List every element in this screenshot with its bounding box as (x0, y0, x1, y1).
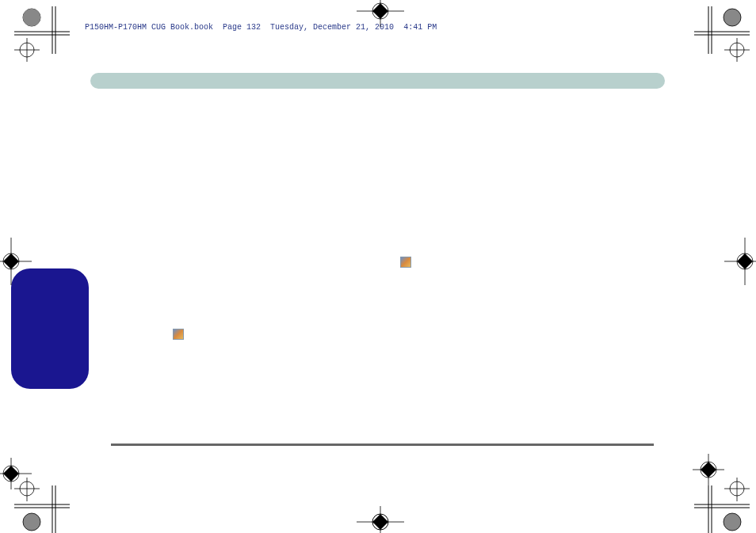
crop-mark-icon (693, 454, 724, 485)
svg-point-56 (372, 514, 388, 530)
print-header: P150HM-P170HM CUG Book.book Page 132 Tue… (85, 23, 437, 32)
svg-marker-49 (701, 462, 716, 478)
inline-icon (173, 329, 184, 340)
svg-point-19 (23, 513, 40, 531)
svg-point-28 (724, 513, 741, 531)
svg-marker-57 (372, 514, 388, 530)
svg-point-36 (3, 253, 19, 269)
svg-point-33 (730, 482, 744, 496)
header-date: Tuesday, December 21, 2010 (270, 23, 394, 32)
crop-mark-icon (724, 238, 756, 285)
header-page: Page 132 (223, 23, 261, 32)
svg-point-44 (3, 466, 19, 482)
crop-mark-icon (14, 6, 78, 62)
section-title-bar (90, 73, 665, 89)
header-filename: P150HM-P170HM CUG Book.book (85, 23, 213, 32)
svg-point-6 (20, 43, 34, 57)
crop-mark-icon (686, 6, 750, 62)
svg-point-15 (730, 43, 744, 57)
crop-mark-icon (14, 478, 78, 533)
svg-point-40 (737, 253, 753, 269)
svg-point-24 (20, 482, 34, 496)
crop-mark-icon (0, 458, 32, 489)
chapter-tab (11, 268, 89, 389)
svg-point-48 (701, 462, 716, 478)
crop-mark-icon (357, 506, 404, 533)
svg-point-9 (724, 9, 741, 26)
inline-icon (400, 257, 411, 268)
svg-marker-45 (3, 466, 19, 482)
svg-marker-37 (3, 253, 19, 269)
svg-point-27 (724, 513, 741, 531)
svg-point-52 (372, 3, 388, 19)
svg-marker-53 (372, 3, 388, 19)
svg-marker-41 (737, 253, 753, 269)
crop-mark-icon (686, 478, 750, 533)
svg-point-18 (23, 513, 40, 531)
header-time: 4:41 PM (403, 23, 437, 32)
svg-point-0 (23, 9, 40, 26)
svg-point-1 (23, 9, 40, 26)
footer-rule (111, 444, 654, 446)
svg-point-10 (724, 9, 741, 26)
